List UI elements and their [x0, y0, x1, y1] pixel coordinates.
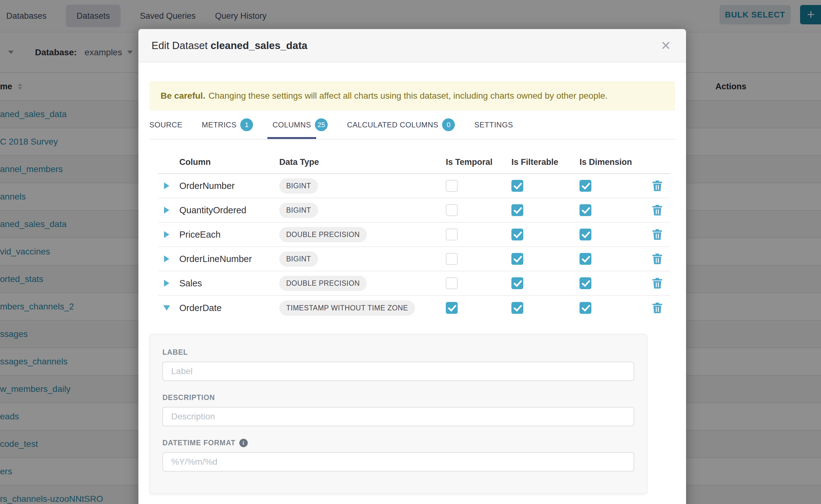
description-field: DESCRIPTION	[162, 393, 634, 426]
delete-column-button[interactable]	[652, 229, 663, 240]
is-dimension-checkbox[interactable]	[580, 180, 591, 192]
modal-title: Edit Dataset cleaned_sales_data	[151, 40, 307, 52]
is-temporal-header: Is Temporal	[446, 157, 512, 173]
label-field-label: LABEL	[162, 348, 634, 357]
is-dimension-header: Is Dimension	[580, 157, 644, 173]
count-badge: 25	[315, 118, 328, 131]
tab-label: CALCULATED COLUMNS	[347, 121, 439, 129]
count-badge: 1	[240, 118, 253, 131]
warning-text: Changing these settings will affect all …	[208, 91, 607, 101]
column-name: OrderDate	[175, 303, 278, 313]
column-row: OrderDate TIMESTAMP WITHOUT TIME ZONE	[158, 296, 670, 320]
columns-table-header: Column Data Type Is Temporal Is Filterab…	[158, 140, 670, 174]
is-temporal-checkbox[interactable]	[446, 277, 458, 289]
tab-columns[interactable]: COLUMNS 25	[272, 118, 328, 131]
description-input[interactable]	[162, 407, 634, 426]
trash-icon	[652, 277, 663, 289]
expand-caret-icon[interactable]	[164, 231, 169, 238]
column-row: QuantityOrdered BIGINT	[158, 198, 670, 223]
column-row: PriceEach DOUBLE PRECISION	[158, 223, 670, 247]
label-input[interactable]	[162, 362, 634, 381]
tab-label: METRICS	[202, 121, 237, 129]
expand-caret-icon[interactable]	[164, 207, 169, 214]
info-icon[interactable]	[239, 439, 248, 447]
expand-caret-icon[interactable]	[164, 280, 169, 287]
datetime-format-field: DATETIME FORMAT	[162, 439, 634, 472]
is-temporal-checkbox[interactable]	[446, 302, 458, 314]
is-filterable-checkbox[interactable]	[512, 302, 523, 314]
trash-icon	[652, 180, 663, 192]
tab-calculated-columns[interactable]: CALCULATED COLUMNS 0	[347, 118, 455, 131]
datetime-format-input[interactable]	[162, 452, 634, 472]
is-filterable-checkbox[interactable]	[512, 204, 523, 216]
columns-table: Column Data Type Is Temporal Is Filterab…	[158, 140, 670, 320]
delete-column-button[interactable]	[652, 253, 663, 265]
column-name: Sales	[175, 278, 278, 289]
warning-bold-text: Be careful.	[161, 91, 205, 101]
column-name: PriceEach	[175, 230, 278, 240]
column-row: OrderLineNumber BIGINT	[158, 247, 670, 271]
tab-label: SOURCE	[149, 121, 182, 129]
is-dimension-checkbox[interactable]	[580, 204, 591, 216]
is-dimension-checkbox[interactable]	[580, 253, 591, 265]
collapse-caret-icon[interactable]	[163, 305, 170, 311]
count-badge: 0	[442, 118, 455, 131]
expand-caret-icon[interactable]	[164, 255, 169, 262]
delete-column-button[interactable]	[652, 180, 663, 192]
tab-source[interactable]: SOURCE	[149, 121, 182, 129]
spacer	[644, 167, 671, 173]
is-filterable-header: Is Filterable	[512, 157, 580, 173]
spacer	[158, 167, 175, 173]
column-name: OrderNumber	[175, 181, 278, 191]
modal-tabs: SOURCE METRICS 1 COLUMNS 25 CALCULATED C…	[149, 111, 675, 140]
is-filterable-checkbox[interactable]	[512, 277, 523, 289]
is-temporal-checkbox[interactable]	[446, 180, 458, 192]
description-field-label: DESCRIPTION	[162, 393, 634, 402]
data-type-pill: DOUBLE PRECISION	[279, 276, 367, 291]
trash-icon	[652, 253, 663, 265]
column-row: Sales DOUBLE PRECISION	[158, 271, 670, 296]
is-dimension-checkbox[interactable]	[580, 277, 591, 289]
tab-label: SETTINGS	[474, 121, 513, 129]
column-editor-panel: LABEL DESCRIPTION DATETIME FORMAT	[149, 334, 647, 494]
data-type-pill: BIGINT	[279, 251, 318, 267]
is-temporal-checkbox[interactable]	[446, 229, 458, 240]
delete-column-button[interactable]	[652, 204, 663, 216]
datetime-format-field-label: DATETIME FORMAT	[162, 439, 634, 447]
delete-column-button[interactable]	[652, 277, 663, 289]
modal-header: Edit Dataset cleaned_sales_data ✕	[138, 29, 686, 62]
data-type-pill: DOUBLE PRECISION	[279, 227, 367, 242]
delete-column-button[interactable]	[652, 302, 663, 314]
column-header: Column	[175, 157, 278, 173]
tab-metrics[interactable]: METRICS 1	[202, 118, 253, 131]
is-temporal-checkbox[interactable]	[446, 253, 458, 265]
modal-title-prefix: Edit Dataset	[151, 40, 208, 51]
is-filterable-checkbox[interactable]	[512, 180, 523, 192]
modal-body: Be careful. Changing these settings will…	[138, 81, 686, 494]
column-name: QuantityOrdered	[175, 205, 278, 215]
label-field: LABEL	[162, 348, 634, 381]
data-type-pill: BIGINT	[279, 203, 318, 218]
tab-label: COLUMNS	[272, 121, 311, 129]
data-type-pill: TIMESTAMP WITHOUT TIME ZONE	[279, 300, 415, 316]
data-type-header: Data Type	[278, 157, 446, 173]
is-temporal-checkbox[interactable]	[446, 204, 458, 216]
trash-icon	[652, 204, 663, 216]
trash-icon	[652, 302, 663, 314]
close-icon[interactable]: ✕	[659, 37, 673, 54]
edit-dataset-modal: Edit Dataset cleaned_sales_data ✕ Be car…	[138, 29, 686, 504]
is-filterable-checkbox[interactable]	[512, 253, 523, 265]
tab-settings[interactable]: SETTINGS	[474, 121, 513, 129]
is-dimension-checkbox[interactable]	[580, 302, 591, 314]
data-type-pill: BIGINT	[279, 178, 318, 194]
modal-dataset-name: cleaned_sales_data	[210, 40, 307, 51]
trash-icon	[652, 229, 663, 240]
column-name: OrderLineNumber	[175, 254, 278, 264]
warning-banner: Be careful. Changing these settings will…	[149, 81, 675, 111]
column-row: OrderNumber BIGINT	[158, 174, 670, 198]
is-dimension-checkbox[interactable]	[580, 229, 591, 240]
expand-caret-icon[interactable]	[164, 182, 169, 189]
is-filterable-checkbox[interactable]	[512, 229, 523, 240]
